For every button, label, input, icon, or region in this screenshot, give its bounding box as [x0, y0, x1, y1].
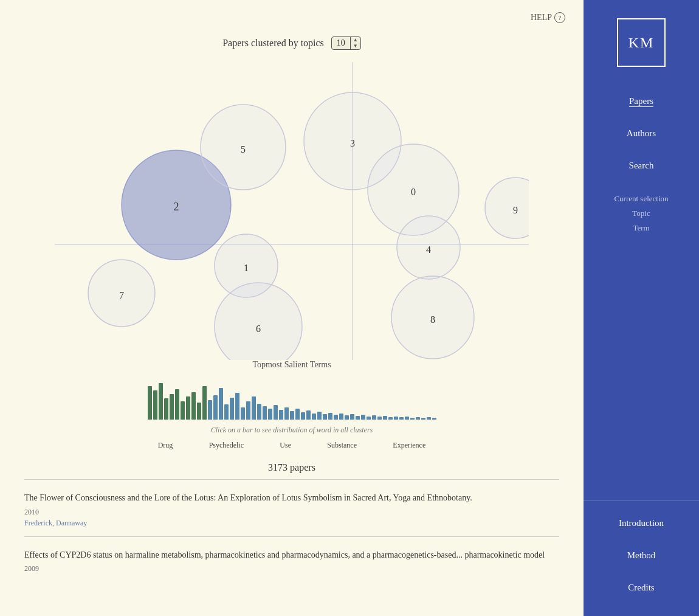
cluster-number-selector[interactable]: 10 ▲ ▼ [331, 36, 361, 50]
sidebar-item-method[interactable]: Method [584, 539, 699, 572]
bar-40[interactable] [367, 417, 371, 420]
help-icon: ? [554, 12, 565, 23]
bar-36[interactable] [345, 415, 349, 420]
bar-23[interactable] [274, 405, 278, 420]
bar-49[interactable] [416, 417, 420, 420]
bar-label-substance: Substance [327, 441, 357, 450]
bar-39[interactable] [361, 415, 365, 420]
bar-5[interactable] [175, 389, 179, 420]
bar-13[interactable] [219, 388, 223, 420]
bar-21[interactable] [263, 406, 267, 420]
bar-20[interactable] [257, 404, 261, 420]
bar-48[interactable] [410, 418, 415, 420]
svg-text:6: 6 [256, 324, 261, 334]
svg-text:1: 1 [244, 263, 249, 273]
bar-chart-labels: Drug Psychedelic Use Substance Experienc… [140, 441, 444, 450]
bar-14[interactable] [224, 404, 229, 420]
bar-52[interactable] [432, 418, 436, 420]
bar-51[interactable] [427, 417, 431, 420]
bar-18[interactable] [246, 401, 250, 420]
bar-0[interactable] [148, 386, 152, 420]
sidebar-item-credits[interactable]: Credits [584, 572, 699, 604]
paper-title-2[interactable]: Effects of CYP2D6 status on harmaline me… [24, 549, 559, 561]
bar-16[interactable] [235, 393, 239, 420]
bar-44[interactable] [388, 417, 393, 420]
bar-30[interactable] [312, 414, 316, 420]
cluster-title: Papers clustered by topics [222, 38, 324, 49]
bar-25[interactable] [284, 407, 289, 420]
bar-35[interactable] [339, 414, 343, 420]
bar-9[interactable] [197, 403, 201, 420]
bar-38[interactable] [356, 416, 360, 420]
arrow-up-icon[interactable]: ▲ [351, 37, 360, 43]
bar-6[interactable] [181, 401, 185, 420]
bar-chart-section: Topmost Salient Terms Click on a bar to … [140, 360, 444, 450]
current-selection-label: Current selection [584, 192, 699, 206]
bubble-chart-svg: 2 5 3 0 4 8 6 1 7 [55, 62, 529, 360]
bar-33[interactable] [328, 413, 332, 420]
bar-22[interactable] [268, 409, 272, 420]
bar-4[interactable] [170, 394, 174, 420]
bubble-9[interactable] [485, 178, 529, 238]
bar-8[interactable] [191, 392, 196, 420]
bubble-chart[interactable]: 2 5 3 0 4 8 6 1 7 [55, 62, 529, 360]
bar-3[interactable] [164, 398, 168, 420]
bar-1[interactable] [153, 390, 157, 420]
bar-24[interactable] [279, 410, 283, 420]
paper-title-1[interactable]: The Flower of Consciousness and the Lore… [24, 492, 559, 504]
bar-12[interactable] [213, 395, 218, 420]
bar-32[interactable] [323, 414, 327, 420]
sidebar-item-papers[interactable]: Papers [584, 85, 699, 117]
sidebar-item-introduction[interactable]: Introduction [584, 507, 699, 539]
bar-label-use: Use [280, 441, 291, 450]
bar-29[interactable] [306, 410, 311, 420]
bar-19[interactable] [252, 396, 256, 420]
bar-27[interactable] [295, 409, 300, 420]
bar-26[interactable] [290, 411, 294, 420]
svg-text:7: 7 [119, 290, 124, 300]
sidebar-item-authors[interactable]: Authors [584, 117, 699, 150]
bar-37[interactable] [350, 414, 354, 420]
bar-28[interactable] [301, 412, 305, 420]
help-label: HELP [531, 13, 552, 22]
bar-42[interactable] [377, 417, 382, 420]
bar-43[interactable] [383, 416, 387, 420]
bar-17[interactable] [241, 407, 245, 420]
bar-46[interactable] [399, 417, 404, 420]
svg-text:9: 9 [513, 205, 518, 215]
bar-47[interactable] [405, 417, 409, 420]
svg-text:0: 0 [411, 187, 416, 197]
svg-text:3: 3 [350, 138, 355, 148]
bar-34[interactable] [334, 415, 338, 420]
svg-text:2: 2 [174, 201, 179, 213]
cluster-header: Papers clustered by topics 10 ▲ ▼ [24, 36, 559, 50]
bar-45[interactable] [394, 417, 398, 420]
bar-2[interactable] [159, 383, 163, 420]
paper-year-1: 2010 [24, 508, 559, 517]
paper-item-2[interactable]: Effects of CYP2D6 status on harmaline me… [24, 542, 559, 578]
sidebar: KM Papers Authors Search Current selecti… [584, 0, 699, 616]
bar-11[interactable] [208, 400, 212, 420]
cluster-number-arrows[interactable]: ▲ ▼ [350, 37, 360, 49]
bar-15[interactable] [230, 398, 234, 420]
sidebar-bottom: Introduction Method Credits [584, 500, 699, 616]
arrow-down-icon[interactable]: ▼ [351, 43, 360, 49]
paper-item-1[interactable]: The Flower of Consciousness and the Lore… [24, 485, 559, 531]
papers-count: 3173 papers [24, 462, 559, 473]
bar-31[interactable] [317, 412, 322, 420]
bar-chart-container[interactable] [140, 377, 444, 420]
bar-label-drug: Drug [158, 441, 173, 450]
paper-divider [24, 479, 559, 480]
cluster-number-value: 10 [332, 37, 350, 49]
bar-41[interactable] [372, 415, 376, 420]
bar-10[interactable] [202, 386, 207, 420]
selection-topic[interactable]: Topic [584, 206, 699, 221]
selection-term[interactable]: Term [584, 221, 699, 235]
help-button[interactable]: HELP ? [531, 12, 565, 23]
bar-7[interactable] [186, 396, 190, 420]
sidebar-logo: KM [617, 18, 666, 67]
paper-authors-1: Frederick, Dannaway [24, 519, 559, 528]
main-content: HELP ? Papers clustered by topics 10 ▲ ▼… [0, 0, 584, 616]
bar-50[interactable] [421, 418, 425, 420]
sidebar-item-search[interactable]: Search [584, 150, 699, 182]
